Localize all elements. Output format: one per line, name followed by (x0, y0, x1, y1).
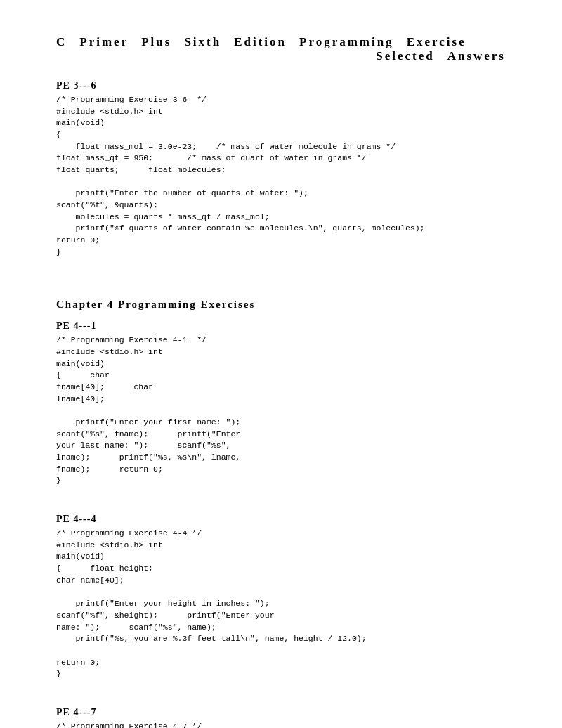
header-edition: Edition (234, 35, 287, 49)
pe3-6-section: PE 3---6 /* Programming Exercise 3-6 */ … (56, 80, 506, 258)
pe4-7-code: /* Programming Exercise 4-7 */ #include … (56, 721, 506, 728)
pe4-1-section: PE 4---1 /* Programming Exercise 4-1 */ … (56, 320, 506, 487)
header-plus: Plus (141, 35, 171, 49)
pe4-4-section: PE 4---4 /* Programming Exercise 4-4 */ … (56, 514, 506, 680)
header-primer: Primer (79, 35, 129, 49)
page: C Primer Plus Sixth Edition Programming … (0, 0, 562, 728)
pe4-7-title: PE 4---7 (56, 707, 506, 718)
pe4-7-section: PE 4---7 /* Programming Exercise 4-7 */ … (56, 707, 506, 728)
pe4-1-title: PE 4---1 (56, 320, 506, 332)
pe4-4-code: /* Programming Exercise 4-4 */ #include … (56, 528, 506, 680)
header-sixth: Sixth (184, 35, 221, 49)
header-right: Selected Answers (376, 49, 506, 63)
pe3-6-code: /* Programming Exercise 3-6 */ #include … (56, 94, 506, 258)
pe4-4-title: PE 4---4 (56, 514, 506, 525)
header-exercise: Exercise (407, 35, 466, 49)
pe4-1-code: /* Programming Exercise 4-1 */ #include … (56, 334, 506, 487)
header-left: C Primer Plus Sixth Edition Programming … (56, 35, 466, 49)
pe3-6-title: PE 3---6 (56, 80, 506, 91)
header-c: C (56, 35, 67, 49)
page-header: C Primer Plus Sixth Edition Programming … (56, 35, 506, 63)
header-answers: Answers (447, 49, 506, 63)
header-selected: Selected (376, 49, 434, 63)
header-programming: Programming (299, 35, 394, 49)
chapter4-heading: Chapter 4 Programming Exercises (56, 299, 506, 311)
